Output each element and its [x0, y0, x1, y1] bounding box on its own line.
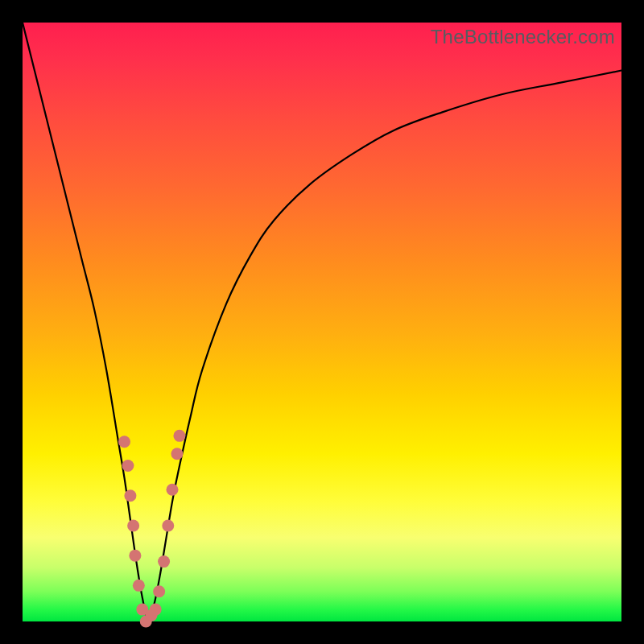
curve-marker: [162, 519, 174, 531]
curve-marker: [167, 484, 179, 496]
chart-svg: [23, 23, 621, 621]
curve-marker: [118, 436, 130, 448]
chart-frame: TheBottlenecker.com: [0, 0, 644, 644]
curve-marker: [158, 555, 170, 568]
chart-plot-area: TheBottlenecker.com: [23, 23, 621, 621]
marker-group: [118, 430, 185, 628]
curve-marker: [173, 430, 185, 442]
curve-marker: [129, 550, 141, 562]
curve-marker: [124, 489, 136, 502]
curve-marker: [122, 460, 134, 472]
curve-marker: [133, 580, 145, 592]
curve-marker: [150, 604, 162, 616]
bottleneck-curve: [23, 23, 621, 621]
curve-marker: [127, 519, 139, 531]
curve-marker: [153, 585, 165, 597]
curve-marker: [171, 448, 183, 460]
